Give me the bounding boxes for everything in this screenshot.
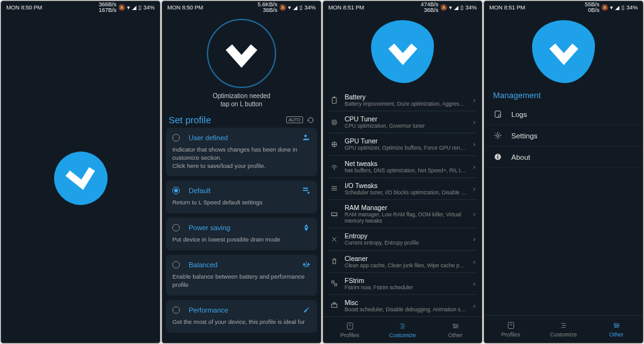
feature-desc: Battery improvement, Doze optimization, … (345, 101, 467, 107)
mgmt-about[interactable]: About (484, 147, 643, 168)
signal-icon: ◢ (615, 4, 619, 11)
nav-profiles[interactable]: Profiles (484, 316, 537, 343)
feature-desc: Current entropy, Entropy profile (345, 240, 467, 246)
feature-title: GPU Tuner (345, 137, 467, 145)
nav-label: Other (609, 331, 624, 338)
chevron-right-icon: › (473, 140, 475, 148)
blob-hero (323, 14, 482, 83)
svg-point-37 (615, 326, 616, 328)
profile-title: Balanced (189, 261, 293, 269)
svg-rect-28 (497, 156, 498, 158)
signal-icon: ◢ (454, 4, 458, 11)
app-logo-blob (371, 20, 434, 83)
battery-icon: ▯ (621, 4, 625, 11)
svg-point-0 (304, 135, 307, 137)
feature-desc: Clean app cache, Clean junk files, Wipe … (345, 262, 467, 269)
net-speed-down: 0B/s (588, 7, 599, 13)
fstrim-icon (330, 279, 338, 287)
ram-icon (330, 210, 338, 218)
feature-title: Entropy (345, 232, 467, 240)
radio-unselected[interactable] (172, 306, 180, 314)
info-icon (493, 152, 502, 162)
mgmt-logs[interactable]: Logs (484, 104, 643, 125)
profile-card-user-defined[interactable]: User defined Indicator that shows change… (166, 128, 317, 176)
status-time: MON 8:50 PM (6, 4, 42, 11)
radio-selected[interactable] (172, 187, 180, 194)
battery-percent: 34% (465, 4, 477, 11)
nav-profiles[interactable]: Profiles (323, 317, 376, 343)
feature-misc[interactable]: MiscBoost scheduler, Disable debugging, … (328, 295, 477, 316)
battery-percent: 34% (626, 4, 638, 11)
feature-cleaner[interactable]: CleanerClean app cache, Clean junk files… (328, 251, 477, 273)
user-edit-icon (302, 133, 311, 142)
feature-fstrim[interactable]: FStrimFstrim now, Fstrim scheduler› (328, 273, 477, 295)
chevron-right-icon: › (473, 235, 475, 243)
feature-io[interactable]: I/O TweaksScheduler tuner, I/O blocks op… (328, 178, 477, 200)
nav-other[interactable]: Other (429, 317, 482, 343)
battery-percent: 34% (304, 4, 316, 11)
refresh-icon[interactable] (307, 116, 314, 124)
wifi-icon: ▾ (288, 4, 291, 11)
feature-title: I/O Tweaks (345, 182, 467, 189)
radio-unselected[interactable] (172, 261, 180, 269)
feature-net[interactable]: Net tweaksNet buffers, DNS optimization,… (328, 156, 477, 178)
svg-point-31 (510, 324, 512, 326)
svg-rect-2 (303, 190, 308, 191)
chevron-right-icon: › (473, 163, 475, 170)
profile-card-performance[interactable]: Performance Get the most of your device,… (166, 300, 317, 333)
status-bar: MON 8:51 PM 474B/s36B/s 🔕 ▾ ◢ ▯ 34% (323, 1, 482, 14)
misc-icon (330, 301, 338, 309)
feature-battery[interactable]: BatteryBattery improvement, Doze optimiz… (328, 89, 477, 111)
nav-other[interactable]: Other (590, 316, 643, 343)
svg-rect-24 (495, 111, 501, 118)
radio-unselected[interactable] (172, 224, 180, 231)
net-speed-down: 167B/s (99, 7, 116, 13)
status-time: MON 8:50 PM (167, 4, 203, 11)
feature-list: BatteryBattery improvement, Doze optimiz… (323, 83, 482, 316)
nav-customize[interactable]: Customize (376, 317, 429, 343)
svg-rect-12 (331, 281, 333, 283)
balance-icon (302, 260, 311, 269)
svg-rect-13 (335, 284, 336, 286)
mgmt-label: About (511, 153, 530, 161)
optimization-ring[interactable] (207, 19, 276, 88)
feature-ram[interactable]: RAM ManagerRAM manager, Low RAM flag, OO… (328, 200, 477, 228)
feature-gpu[interactable]: GPU TunerGPU optimizer, Optimize buffers… (328, 133, 477, 155)
battery-icon: ▯ (460, 4, 464, 11)
feature-title: Battery (345, 93, 467, 101)
mute-icon: 🔕 (601, 4, 608, 11)
svg-point-36 (617, 325, 618, 326)
svg-point-23 (454, 327, 455, 328)
radio-unselected[interactable] (172, 134, 180, 141)
profiles-icon (506, 321, 516, 330)
optimization-hero[interactable]: Optimization needed tap on L button (162, 14, 321, 111)
mgmt-settings[interactable]: Settings (484, 125, 643, 147)
svg-point-17 (349, 325, 351, 326)
status-time: MON 8:51 PM (489, 4, 525, 11)
feature-entropy[interactable]: EntropyCurrent entropy, Entropy profile› (328, 228, 477, 250)
bottom-nav: Profiles Customize Other (484, 315, 643, 343)
phone-screen-other: MON 8:51 PM 55B/s0B/s 🔕 ▾ ◢ ▯ 34% Manage… (484, 1, 643, 343)
phone-screen-profiles: MON 8:50 PM 5.6KB/s36B/s 🔕 ▾ ◢ ▯ 34% Opt… (162, 1, 321, 343)
svg-point-21 (453, 324, 454, 325)
feature-cpu[interactable]: CPU TunerCPU optimization, Governor tune… (328, 111, 477, 133)
profile-title: User defined (189, 134, 293, 141)
app-logo-blob (532, 20, 595, 83)
other-icon (451, 321, 460, 331)
phone-screen-customize: MON 8:51 PM 474B/s36B/s 🔕 ▾ ◢ ▯ 34% Batt… (323, 1, 482, 343)
wifi-icon: ▾ (610, 4, 613, 11)
profile-card-default[interactable]: Default Return to L Speed default settin… (166, 180, 317, 213)
mgmt-label: Settings (511, 132, 538, 140)
nav-customize[interactable]: Customize (537, 316, 590, 343)
app-logo (50, 147, 111, 209)
profile-card-balanced[interactable]: Balanced Enable balance between battery … (166, 255, 317, 296)
entropy-icon (330, 235, 338, 243)
chevron-right-icon: › (473, 258, 475, 265)
svg-rect-1 (303, 188, 308, 189)
svg-point-22 (456, 326, 457, 327)
svg-point-33 (565, 325, 566, 326)
profile-card-power-saving[interactable]: Power saving Put device in lowest possib… (166, 218, 317, 250)
cpu-icon (330, 118, 338, 126)
profile-desc: Return to L Speed default settings (172, 199, 311, 207)
auto-badge[interactable]: AUTO (286, 116, 303, 123)
